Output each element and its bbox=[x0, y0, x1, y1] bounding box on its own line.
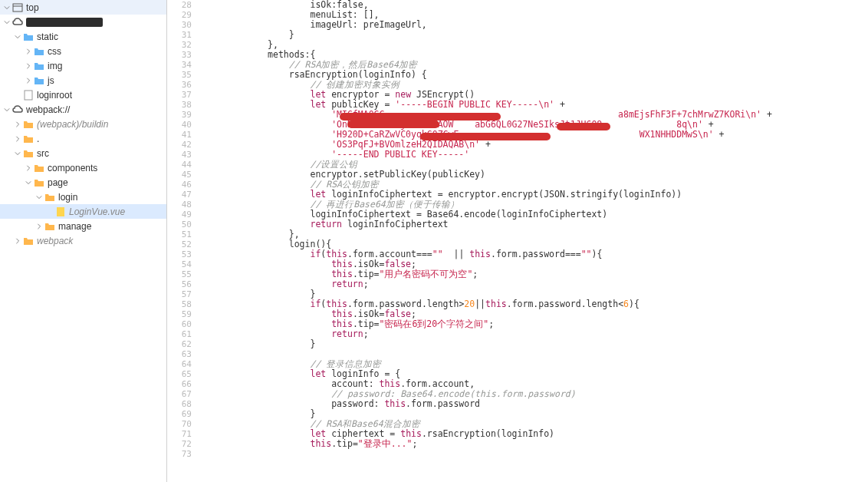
folder-icon bbox=[44, 221, 55, 232]
folder-icon bbox=[23, 134, 34, 144]
tree-label: top bbox=[26, 2, 39, 13]
chevron-right-icon bbox=[14, 121, 21, 128]
line-number-gutter: 2829303132333435363738394041424344454647… bbox=[167, 0, 204, 482]
tree-item-loginvue[interactable]: LoginVue.vue bbox=[0, 204, 166, 219]
window-icon bbox=[12, 2, 23, 13]
tree-label-redacted bbox=[26, 18, 103, 27]
cloud-icon bbox=[12, 104, 23, 115]
tree-item-buildin[interactable]: (webpack)/buildin bbox=[0, 117, 166, 131]
tree-label: webpack:// bbox=[26, 104, 70, 115]
tree-label: loginroot bbox=[37, 90, 72, 101]
tree-item-js[interactable]: js bbox=[0, 73, 166, 87]
tree-label: src bbox=[37, 148, 49, 159]
tree-item-loginroot[interactable]: loginroot bbox=[0, 87, 166, 102]
tree-item-top[interactable]: top bbox=[0, 0, 166, 15]
tree-label: login bbox=[58, 192, 77, 203]
chevron-right-icon bbox=[25, 77, 32, 84]
tree-item-dot[interactable]: . bbox=[0, 131, 166, 146]
chevron-right-icon bbox=[14, 135, 21, 143]
chevron-down-icon bbox=[3, 4, 11, 12]
tree-label: page bbox=[48, 177, 68, 188]
redaction-mark bbox=[347, 121, 439, 128]
tree-label: static bbox=[37, 31, 58, 42]
code-content[interactable]: isOk:false, menuList: [], imageUrl: preI… bbox=[204, 0, 868, 482]
redaction-mark bbox=[557, 123, 610, 130]
chevron-right-icon bbox=[25, 164, 32, 172]
tree-label: js bbox=[48, 75, 54, 86]
chevron-right-icon bbox=[14, 237, 21, 245]
cloud-icon bbox=[12, 17, 23, 28]
chevron-down-icon bbox=[35, 193, 43, 201]
tree-item-css[interactable]: css bbox=[0, 44, 166, 58]
svg-rect-0 bbox=[13, 4, 22, 12]
folder-icon bbox=[34, 61, 44, 71]
tree-item-webpack[interactable]: webpack:// bbox=[0, 102, 166, 117]
file-tree-sidebar[interactable]: top static css img js loginroot webpack:… bbox=[0, 0, 167, 482]
folder-icon bbox=[23, 119, 34, 130]
tree-item-img[interactable]: img bbox=[0, 58, 166, 73]
redaction-mark bbox=[420, 133, 551, 140]
tree-item-src[interactable]: src bbox=[0, 146, 166, 160]
tree-item-page[interactable]: page bbox=[0, 175, 166, 190]
tree-label: css bbox=[48, 46, 61, 57]
folder-icon bbox=[34, 46, 44, 57]
chevron-right-icon bbox=[25, 48, 32, 55]
tree-label: manage bbox=[58, 221, 91, 232]
spacer bbox=[14, 91, 21, 99]
folder-icon bbox=[34, 163, 44, 173]
chevron-down-icon bbox=[25, 179, 32, 187]
chevron-right-icon bbox=[25, 62, 32, 70]
folder-icon bbox=[34, 177, 44, 188]
svg-rect-2 bbox=[25, 91, 32, 100]
tree-label: img bbox=[48, 61, 62, 71]
svg-rect-3 bbox=[57, 207, 64, 216]
chevron-down-icon bbox=[14, 33, 21, 41]
chevron-down-icon bbox=[14, 150, 21, 157]
tree-label: webpack bbox=[37, 236, 73, 246]
tree-label: . bbox=[37, 134, 39, 144]
tree-item-cloud[interactable] bbox=[0, 15, 166, 29]
folder-icon bbox=[23, 31, 34, 42]
chevron-right-icon bbox=[35, 223, 43, 230]
tree-label: (webpack)/buildin bbox=[37, 119, 108, 130]
tree-label: components bbox=[48, 163, 97, 173]
file-icon bbox=[55, 206, 66, 217]
chevron-down-icon bbox=[3, 106, 11, 114]
folder-icon bbox=[44, 192, 55, 203]
file-icon bbox=[23, 90, 34, 101]
chevron-down-icon bbox=[3, 18, 11, 26]
tree-label: LoginVue.vue bbox=[69, 206, 125, 217]
tree-item-components[interactable]: components bbox=[0, 160, 166, 175]
redaction-mark bbox=[340, 113, 501, 121]
folder-icon bbox=[23, 148, 34, 159]
tree-item-manage[interactable]: manage bbox=[0, 219, 166, 233]
code-editor[interactable]: 2829303132333435363738394041424344454647… bbox=[167, 0, 868, 482]
folder-icon bbox=[23, 236, 34, 246]
folder-icon bbox=[34, 75, 44, 86]
tree-item-webpack2[interactable]: webpack bbox=[0, 233, 166, 248]
tree-item-login[interactable]: login bbox=[0, 190, 166, 204]
tree-item-static[interactable]: static bbox=[0, 29, 166, 44]
spacer bbox=[46, 208, 54, 216]
